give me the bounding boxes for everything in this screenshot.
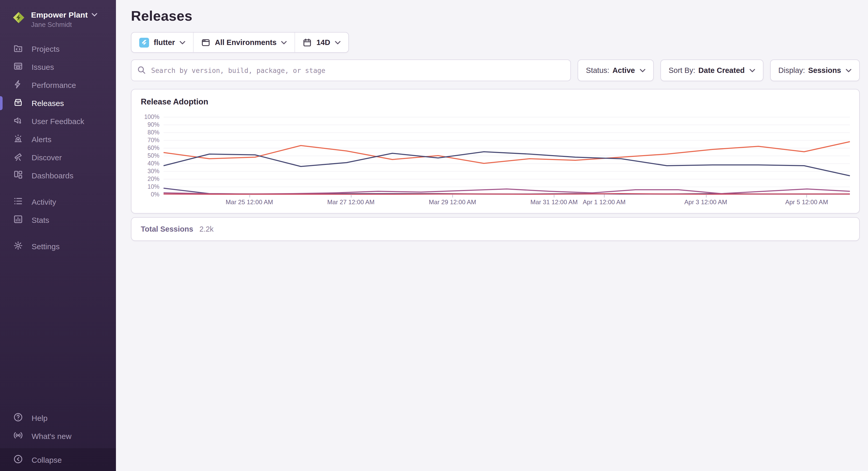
y-tick-label: 60% xyxy=(148,145,159,151)
sidebar-item-releases[interactable]: Releases xyxy=(0,94,116,112)
sidebar-item-dashboards[interactable]: Dashboards xyxy=(0,166,116,184)
y-tick-label: 70% xyxy=(148,137,159,143)
sidebar-item-label: Help xyxy=(32,414,48,423)
x-tick-label: Apr 1 12:00 AM xyxy=(583,199,625,206)
chart-x-axis: Mar 25 12:00 AMMar 27 12:00 AMMar 29 12:… xyxy=(163,194,850,210)
search-icon xyxy=(137,66,146,74)
whats-new-icon xyxy=(13,431,23,441)
search-row: Status: Active Sort By: Date Created Dis… xyxy=(131,60,860,81)
main-content: Releases flutter All Environments 14D xyxy=(116,0,868,471)
environment-filter[interactable]: All Environments xyxy=(193,33,295,52)
chevron-down-icon xyxy=(180,41,185,44)
chevron-down-icon xyxy=(281,41,287,44)
sidebar-item-user-feedback[interactable]: User Feedback xyxy=(0,112,116,130)
search-input[interactable] xyxy=(131,60,571,81)
org-logo-icon xyxy=(12,11,25,24)
status-dropdown-value: Active xyxy=(612,66,635,74)
sidebar-item-label: Performance xyxy=(32,81,76,90)
page-title: Releases xyxy=(131,8,860,24)
filter-pillbar: flutter All Environments 14D xyxy=(131,32,349,53)
org-user: Jane Schmidt xyxy=(31,21,97,28)
adoption-line-chart xyxy=(163,117,850,194)
sidebar-item-label: User Feedback xyxy=(32,117,84,126)
sort-by-dropdown-value: Date Created xyxy=(699,66,745,74)
sidebar-item-performance[interactable]: Performance xyxy=(0,76,116,94)
activity-icon xyxy=(13,197,23,207)
org-name: Empower Plant xyxy=(31,10,88,19)
y-tick-label: 20% xyxy=(148,176,159,182)
sidebar-item-label: Alerts xyxy=(32,135,52,144)
release-adoption-chart-card: Release Adoption 100%90%80%70%60%50%40%3… xyxy=(131,89,860,213)
project-filter-label: flutter xyxy=(154,38,175,46)
y-tick-label: 90% xyxy=(148,122,159,128)
total-sessions-card: Total Sessions 2.2k xyxy=(131,217,860,241)
sidebar-item-activity[interactable]: Activity xyxy=(0,193,116,211)
chart-plot-area[interactable] xyxy=(163,117,850,194)
y-tick-label: 30% xyxy=(148,168,159,174)
x-tick-label: Mar 27 12:00 AM xyxy=(328,199,375,206)
sidebar-item-label: Projects xyxy=(32,44,60,53)
user-feedback-icon xyxy=(13,116,23,127)
sidebar-item-settings[interactable]: Settings xyxy=(0,237,116,256)
display-dropdown[interactable]: Display: Sessions xyxy=(770,60,860,81)
sidebar-item-label: Stats xyxy=(32,215,49,224)
sidebar-item-discover[interactable]: Discover xyxy=(0,148,116,166)
sidebar-nav: ProjectsIssuesPerformanceReleasesUser Fe… xyxy=(0,40,116,256)
y-tick-label: 80% xyxy=(148,129,159,135)
chevron-down-icon xyxy=(335,41,341,44)
releases-icon xyxy=(13,98,23,108)
discover-icon xyxy=(13,152,23,163)
sidebar-item-issues[interactable]: Issues xyxy=(0,58,116,76)
chart-y-axis: 100%90%80%70%60%50%40%30%20%10%0% xyxy=(141,117,163,194)
total-sessions-value: 2.2k xyxy=(199,225,214,233)
total-sessions-label: Total Sessions xyxy=(141,225,193,233)
y-tick-label: 0% xyxy=(151,191,159,198)
sidebar-collapse-band: Collapse xyxy=(0,448,116,471)
x-tick-label: Apr 5 12:00 AM xyxy=(785,199,828,206)
sidebar-item-help[interactable]: Help xyxy=(0,409,116,427)
display-dropdown-value: Sessions xyxy=(808,66,841,74)
flutter-icon xyxy=(139,37,149,47)
release-adoption-navy xyxy=(163,152,850,176)
date-range-filter[interactable]: 14D xyxy=(295,33,348,52)
sidebar-item-what-s-new[interactable]: What's new xyxy=(0,427,116,445)
chevron-down-icon xyxy=(640,68,645,72)
sidebar: Empower Plant Jane Schmidt ProjectsIssue… xyxy=(0,0,116,471)
sidebar-footer: HelpWhat's new xyxy=(0,409,116,448)
release-adoption-magenta xyxy=(163,189,850,194)
x-tick-label: Mar 25 12:00 AM xyxy=(226,199,273,206)
chart-title: Release Adoption xyxy=(141,97,850,106)
sidebar-item-alerts[interactable]: Alerts xyxy=(0,130,116,148)
y-tick-label: 40% xyxy=(148,160,159,166)
environment-filter-label: All Environments xyxy=(215,38,277,46)
settings-icon xyxy=(13,241,23,252)
display-dropdown-label: Display: xyxy=(778,66,805,74)
projects-icon xyxy=(13,43,23,54)
sidebar-item-stats[interactable]: Stats xyxy=(0,211,116,229)
performance-icon xyxy=(13,79,23,91)
project-filter[interactable]: flutter xyxy=(131,33,193,52)
sidebar-item-label: Releases xyxy=(32,99,64,107)
y-tick-label: 10% xyxy=(148,183,159,190)
help-icon xyxy=(13,412,23,424)
chevron-down-icon xyxy=(846,68,851,72)
collapse-label: Collapse xyxy=(32,455,62,464)
sidebar-item-label: Settings xyxy=(32,242,60,251)
sidebar-item-projects[interactable]: Projects xyxy=(0,40,116,58)
status-dropdown[interactable]: Status: Active xyxy=(578,60,653,81)
sort-by-dropdown[interactable]: Sort By: Date Created xyxy=(660,60,763,81)
calendar-icon xyxy=(303,38,312,47)
org-switcher[interactable]: Empower Plant Jane Schmidt xyxy=(0,0,116,28)
collapse-button[interactable]: Collapse xyxy=(0,450,62,469)
sidebar-item-label: Issues xyxy=(32,63,54,71)
y-tick-label: 100% xyxy=(144,114,159,120)
x-tick-label: Mar 31 12:00 AM xyxy=(530,199,578,206)
sort-by-dropdown-label: Sort By: xyxy=(669,66,695,74)
status-dropdown-label: Status: xyxy=(586,66,609,74)
sidebar-item-label: What's new xyxy=(32,432,71,440)
x-tick-label: Mar 29 12:00 AM xyxy=(429,199,476,206)
sidebar-item-label: Activity xyxy=(32,198,56,206)
stats-icon xyxy=(13,214,23,226)
search-container xyxy=(131,60,571,81)
sidebar-item-label: Discover xyxy=(32,153,62,162)
